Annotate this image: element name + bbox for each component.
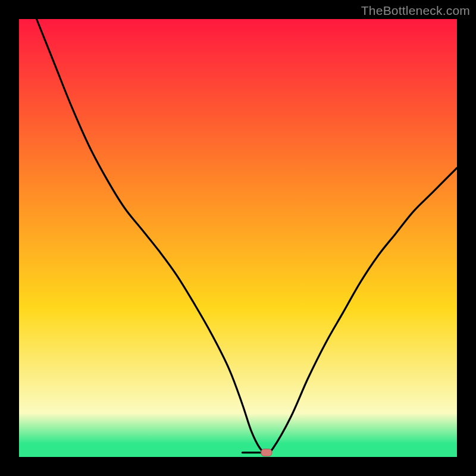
bottleneck-chart xyxy=(19,19,457,457)
watermark-text: TheBottleneck.com xyxy=(361,4,470,18)
chart-container: TheBottleneck.com xyxy=(0,0,476,476)
optimal-point-marker xyxy=(261,449,272,456)
